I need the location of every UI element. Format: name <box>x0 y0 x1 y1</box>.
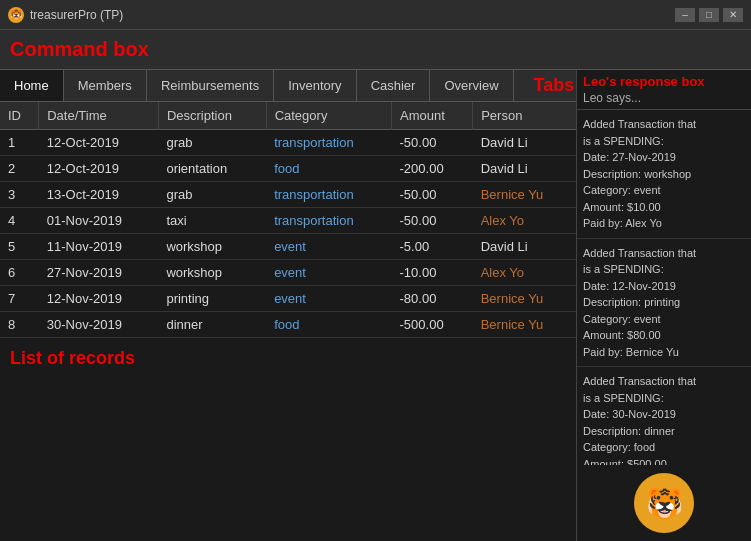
cell-date: 01-Nov-2019 <box>39 208 159 234</box>
tab-members[interactable]: Members <box>64 70 147 101</box>
cell-person: Alex Yo <box>473 208 576 234</box>
cell-date: 27-Nov-2019 <box>39 260 159 286</box>
cell-person: Bernice Yu <box>473 286 576 312</box>
cell-description: orientation <box>158 156 266 182</box>
table-row[interactable]: 8 30-Nov-2019 dinner food -500.00 Bernic… <box>0 312 576 338</box>
table-header-row: ID Date/Time Description Category Amount… <box>0 102 576 130</box>
col-id: ID <box>0 102 39 130</box>
tab-reimbursements[interactable]: Reimbursements <box>147 70 274 101</box>
tabs: Home Members Reimbursements Inventory Ca… <box>0 70 576 102</box>
left-panel: Home Members Reimbursements Inventory Ca… <box>0 70 576 541</box>
maximize-button[interactable]: □ <box>699 8 719 22</box>
table-row[interactable]: 4 01-Nov-2019 taxi transportation -50.00… <box>0 208 576 234</box>
title-bar: 🐯 treasurerPro (TP) – □ ✕ <box>0 0 751 30</box>
cell-category: event <box>266 260 391 286</box>
title-text: treasurerPro (TP) <box>30 8 123 22</box>
cell-date: 12-Nov-2019 <box>39 286 159 312</box>
leo-says-label: Leo says... <box>577 89 751 110</box>
cell-person: Bernice Yu <box>473 182 576 208</box>
table-row[interactable]: 6 27-Nov-2019 workshop event -10.00 Alex… <box>0 260 576 286</box>
window-controls: – □ ✕ <box>675 8 743 22</box>
title-bar-left: 🐯 treasurerPro (TP) <box>8 7 123 23</box>
cell-category: food <box>266 156 391 182</box>
cell-category: event <box>266 286 391 312</box>
cell-description: dinner <box>158 312 266 338</box>
response-content[interactable]: Added Transaction thatis a SPENDING:Date… <box>577 110 751 465</box>
cell-id: 1 <box>0 130 39 156</box>
cell-person: David Li <box>473 156 576 182</box>
cell-amount: -50.00 <box>392 208 473 234</box>
cell-person: Alex Yo <box>473 260 576 286</box>
response-item: Added Transaction thatis a SPENDING:Date… <box>577 239 751 368</box>
cell-category: transportation <box>266 208 391 234</box>
table-area[interactable]: ID Date/Time Description Category Amount… <box>0 102 576 541</box>
cell-description: workshop <box>158 234 266 260</box>
cell-person: David Li <box>473 234 576 260</box>
cell-amount: -50.00 <box>392 182 473 208</box>
response-item: Added Transaction thatis a SPENDING:Date… <box>577 110 751 239</box>
table-body: 1 12-Oct-2019 grab transportation -50.00… <box>0 130 576 338</box>
cell-description: grab <box>158 182 266 208</box>
cell-category: transportation <box>266 182 391 208</box>
response-item: Added Transaction thatis a SPENDING:Date… <box>577 367 751 465</box>
cell-amount: -80.00 <box>392 286 473 312</box>
col-description: Description <box>158 102 266 130</box>
cell-id: 3 <box>0 182 39 208</box>
table-row[interactable]: 5 11-Nov-2019 workshop event -5.00 David… <box>0 234 576 260</box>
cell-amount: -10.00 <box>392 260 473 286</box>
col-amount: Amount <box>392 102 473 130</box>
cell-id: 2 <box>0 156 39 182</box>
app-icon: 🐯 <box>8 7 24 23</box>
leo-avatar: 🐯 <box>634 473 694 533</box>
col-category: Category <box>266 102 391 130</box>
tabs-annotation-label: Tabs <box>534 75 575 96</box>
response-box-label: Leo's response box <box>577 70 751 89</box>
cell-category: transportation <box>266 130 391 156</box>
table-row[interactable]: 2 12-Oct-2019 orientation food -200.00 D… <box>0 156 576 182</box>
col-person: Person <box>473 102 576 130</box>
tab-home[interactable]: Home <box>0 70 64 101</box>
cell-id: 5 <box>0 234 39 260</box>
command-label: Command box <box>10 38 149 61</box>
minimize-button[interactable]: – <box>675 8 695 22</box>
cell-id: 6 <box>0 260 39 286</box>
tab-inventory[interactable]: Inventory <box>274 70 356 101</box>
cell-category: event <box>266 234 391 260</box>
table-row[interactable]: 7 12-Nov-2019 printing event -80.00 Bern… <box>0 286 576 312</box>
cell-description: workshop <box>158 260 266 286</box>
cell-date: 30-Nov-2019 <box>39 312 159 338</box>
main-area: Home Members Reimbursements Inventory Ca… <box>0 70 751 541</box>
cell-date: 12-Oct-2019 <box>39 130 159 156</box>
command-box[interactable]: Command box <box>0 30 751 70</box>
tab-cashier[interactable]: Cashier <box>357 70 431 101</box>
right-panel: Leo's response box Leo says... Added Tra… <box>576 70 751 541</box>
cell-amount: -200.00 <box>392 156 473 182</box>
cell-person: Bernice Yu <box>473 312 576 338</box>
table-row[interactable]: 1 12-Oct-2019 grab transportation -50.00… <box>0 130 576 156</box>
cell-amount: -50.00 <box>392 130 473 156</box>
cell-id: 7 <box>0 286 39 312</box>
cell-description: printing <box>158 286 266 312</box>
cell-description: taxi <box>158 208 266 234</box>
cell-date: 12-Oct-2019 <box>39 156 159 182</box>
cell-date: 11-Nov-2019 <box>39 234 159 260</box>
tab-overview[interactable]: Overview <box>430 70 513 101</box>
cell-amount: -5.00 <box>392 234 473 260</box>
records-table: ID Date/Time Description Category Amount… <box>0 102 576 338</box>
cell-description: grab <box>158 130 266 156</box>
cell-date: 13-Oct-2019 <box>39 182 159 208</box>
table-row[interactable]: 3 13-Oct-2019 grab transportation -50.00… <box>0 182 576 208</box>
cell-person: David Li <box>473 130 576 156</box>
cell-category: food <box>266 312 391 338</box>
cell-id: 8 <box>0 312 39 338</box>
cell-id: 4 <box>0 208 39 234</box>
col-date: Date/Time <box>39 102 159 130</box>
list-annotation-label: List of records <box>0 338 576 379</box>
cell-amount: -500.00 <box>392 312 473 338</box>
close-button[interactable]: ✕ <box>723 8 743 22</box>
